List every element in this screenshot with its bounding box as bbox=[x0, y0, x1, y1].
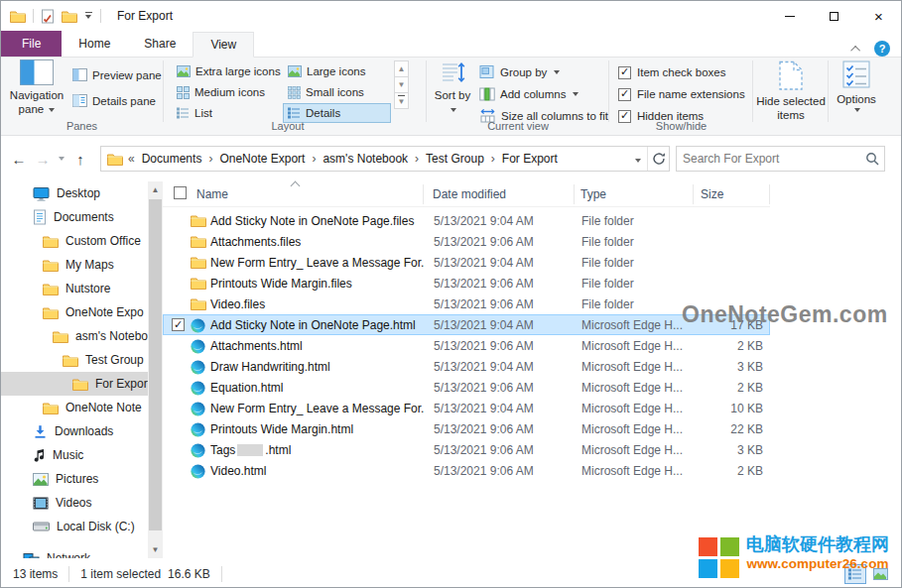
table-row[interactable]: Attachments.html5/13/2021 9:06 AMMicroso… bbox=[163, 335, 770, 356]
table-row[interactable]: Tags.html5/13/2021 9:06 AMMicrosoft Edge… bbox=[163, 439, 770, 460]
row-checkbox[interactable] bbox=[172, 318, 185, 331]
select-all-checkbox[interactable] bbox=[174, 186, 187, 199]
breadcrumb-for-export[interactable]: For Export bbox=[498, 152, 562, 166]
group-by-button[interactable]: Group by bbox=[479, 62, 560, 81]
sort-by-button[interactable]: Sort by bbox=[430, 59, 475, 117]
breadcrumb-separator-icon[interactable]: › bbox=[205, 152, 215, 166]
refresh-icon bbox=[652, 152, 666, 166]
breadcrumb-overflow[interactable]: « bbox=[123, 152, 138, 166]
table-row[interactable]: Add Sticky Note in OneNote Page.files5/1… bbox=[163, 210, 770, 231]
properties-check-icon[interactable] bbox=[41, 9, 55, 24]
sidebar-item-videos[interactable]: Videos bbox=[1, 491, 148, 515]
layout-option-small-icons[interactable]: Small icons bbox=[283, 82, 391, 102]
sidebar-item-my-maps[interactable]: My Maps bbox=[1, 253, 148, 277]
gallery-more-button[interactable]: ▼ bbox=[394, 92, 409, 109]
checkbox-icon[interactable] bbox=[618, 66, 631, 79]
breadcrumb-test-group[interactable]: Test Group bbox=[422, 152, 488, 166]
scroll-down-arrow[interactable]: ▼ bbox=[148, 541, 163, 558]
recent-locations-button[interactable] bbox=[55, 147, 68, 171]
details-view-toggle[interactable] bbox=[844, 564, 866, 584]
new-folder-icon[interactable] bbox=[62, 10, 77, 23]
refresh-button[interactable] bbox=[647, 147, 669, 171]
table-row[interactable]: Equation.html5/13/2021 9:06 AMMicrosoft … bbox=[163, 377, 770, 398]
sidebar-item-local-disk-c[interactable]: Local Disk (C:) bbox=[1, 515, 148, 538]
layout-option-extra-large-icons[interactable]: Extra large icons bbox=[172, 61, 280, 81]
column-header-type[interactable]: Type bbox=[580, 187, 606, 201]
breadcrumb-separator-icon[interactable]: › bbox=[412, 152, 422, 166]
address-dropdown-button[interactable] bbox=[629, 152, 647, 166]
minimize-button[interactable] bbox=[767, 1, 812, 31]
breadcrumb-onenote-export[interactable]: OneNote Export bbox=[215, 152, 309, 166]
table-row[interactable]: Video.files5/13/2021 9:06 AMFile folder bbox=[163, 294, 770, 314]
sidebar-item-for-export[interactable]: For Export bbox=[1, 372, 148, 396]
search-input[interactable] bbox=[677, 152, 860, 166]
table-row[interactable]: Printouts Wide Margin.html5/13/2021 9:06… bbox=[163, 418, 770, 439]
table-row[interactable]: Video.html5/13/2021 9:06 AMMicrosoft Edg… bbox=[163, 460, 770, 481]
sidebar-item-asm-s-notebo[interactable]: asm's Notebo bbox=[1, 324, 148, 348]
options-button[interactable]: Options bbox=[832, 59, 881, 112]
tab-file[interactable]: File bbox=[1, 31, 62, 57]
file-name-text: Add Sticky Note in OneNote Page.files bbox=[210, 214, 414, 228]
sidebar-item-documents[interactable]: Documents bbox=[1, 205, 148, 229]
breadcrumb-asm-s-notebook[interactable]: asm's Notebook bbox=[319, 152, 412, 166]
sidebar-item-custom-office[interactable]: Custom Office bbox=[1, 229, 148, 253]
column-divider[interactable] bbox=[574, 184, 575, 204]
sidebar-item-onenote-note[interactable]: OneNote Note bbox=[1, 396, 148, 419]
tab-view[interactable]: View bbox=[193, 32, 254, 58]
sidebar-item-nutstore[interactable]: Nutstore bbox=[1, 277, 148, 300]
column-header-date-modified[interactable]: Date modified bbox=[433, 187, 506, 201]
breadcrumb-documents[interactable]: Documents bbox=[138, 152, 206, 166]
sidebar-item-onenote-expo[interactable]: OneNote Expo bbox=[1, 300, 148, 324]
checkbox-icon[interactable] bbox=[618, 88, 631, 101]
maximize-button[interactable] bbox=[812, 1, 856, 31]
scrollbar-thumb[interactable] bbox=[149, 199, 162, 530]
sidebar-item-music[interactable]: Music bbox=[1, 443, 148, 467]
column-header-size[interactable]: Size bbox=[701, 187, 723, 201]
search-icon[interactable] bbox=[860, 152, 884, 166]
column-divider[interactable] bbox=[693, 184, 694, 204]
sidebar-item-label: Videos bbox=[56, 496, 91, 510]
column-header-name[interactable]: Name bbox=[196, 187, 228, 201]
layout-option-medium-icons[interactable]: Medium icons bbox=[172, 82, 280, 102]
column-divider[interactable] bbox=[423, 184, 424, 204]
help-icon[interactable]: ? bbox=[874, 41, 890, 57]
preview-pane-button[interactable]: Preview pane bbox=[72, 65, 162, 84]
toggle-item-check-boxes[interactable]: Item check boxes bbox=[618, 63, 725, 81]
sidebar-item-pictures[interactable]: Pictures bbox=[1, 467, 148, 491]
table-row[interactable]: New Form Entry_ Leave a Message For...5/… bbox=[163, 252, 770, 273]
table-row[interactable]: Attachments.files5/13/2021 9:06 AMFile f… bbox=[163, 231, 770, 252]
breadcrumb-separator-icon[interactable]: › bbox=[309, 152, 319, 166]
thumbnail-view-toggle[interactable] bbox=[869, 564, 891, 584]
customize-qat-chevron-icon[interactable] bbox=[84, 12, 93, 20]
up-button[interactable]: ↑ bbox=[68, 147, 92, 171]
collapse-ribbon-icon[interactable] bbox=[850, 45, 860, 55]
details-pane-button[interactable]: Details pane bbox=[72, 91, 156, 110]
folder-icon[interactable] bbox=[10, 10, 26, 23]
gallery-scroll-up-button[interactable]: ▲ bbox=[394, 60, 409, 77]
layout-option-large-icons[interactable]: Large icons bbox=[283, 61, 391, 81]
add-columns-button[interactable]: Add columns bbox=[479, 84, 579, 103]
address-bar[interactable]: « Documents›OneNote Export›asm's Noteboo… bbox=[100, 146, 670, 172]
table-row[interactable]: New Form Entry_ Leave a Message For...5/… bbox=[163, 398, 770, 418]
file-name-text: Add Sticky Note in OneNote Page.html bbox=[210, 318, 416, 332]
table-row[interactable]: Printouts Wide Margin.files5/13/2021 9:0… bbox=[163, 273, 770, 294]
tab-home[interactable]: Home bbox=[62, 31, 127, 57]
sidebar-item-network[interactable]: Network bbox=[1, 546, 148, 558]
hide-selected-items-button[interactable]: Hide selected items bbox=[756, 59, 826, 123]
back-button[interactable]: ← bbox=[7, 147, 31, 171]
table-row[interactable]: Add Sticky Note in OneNote Page.html5/13… bbox=[163, 314, 770, 335]
sidebar-item-test-group[interactable]: Test Group bbox=[1, 348, 148, 372]
navigation-pane-button[interactable]: Navigation pane bbox=[7, 59, 66, 117]
close-button[interactable]: × bbox=[856, 1, 901, 31]
forward-button[interactable]: → bbox=[31, 147, 55, 171]
sidebar-item-downloads[interactable]: Downloads bbox=[1, 419, 148, 443]
toggle-file-name-extensions[interactable]: File name extensions bbox=[618, 85, 745, 103]
table-row[interactable]: Draw Handwriting.html5/13/2021 9:04 AMMi… bbox=[163, 356, 770, 377]
breadcrumb-separator-icon[interactable]: › bbox=[488, 152, 498, 166]
scroll-up-arrow[interactable]: ▲ bbox=[148, 181, 163, 198]
sidebar-scrollbar[interactable]: ▲ ▼ bbox=[148, 181, 163, 558]
gallery-scroll-down-button[interactable]: ▼ bbox=[394, 76, 409, 93]
column-divider[interactable] bbox=[769, 184, 770, 204]
sidebar-item-desktop[interactable]: Desktop bbox=[1, 181, 148, 205]
tab-share[interactable]: Share bbox=[127, 31, 193, 57]
